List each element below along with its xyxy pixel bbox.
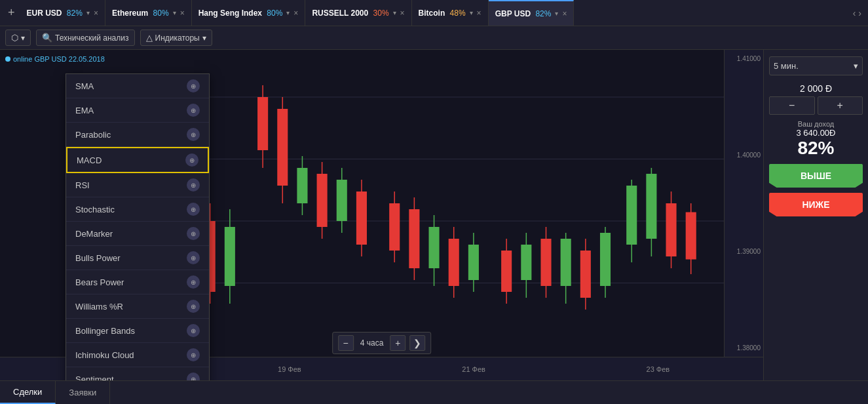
bottom-tab-deals[interactable]: Сделки [0,381,56,404]
tab-dropdown-gbpusd[interactable]: ▾ [555,10,558,17]
amount-control: 2 000 Ð − + [769,81,863,115]
tab-bitcoin[interactable]: Bitcoin 48% ▾ × [412,0,489,26]
indicator-name-demarker: DeMarker [75,229,187,239]
profit-percentage: 82% [769,138,863,159]
indicator-item-demarker[interactable]: DeMarker ⊕ [66,222,209,246]
time-selector-label: 5 мин. [774,61,799,71]
tab-eurusd[interactable]: EUR USD 82% ▾ × [20,0,105,26]
tab-pct-russell: 30% [371,9,388,18]
tab-pct-eurusd: 82% [65,9,83,18]
indicator-add-icon-stochastic[interactable]: ⊕ [187,203,200,216]
svg-rect-41 [540,239,551,286]
right-panel: 5 мин. ▾ 2 000 Ð − + Ваш доход 3 640.00Ð… [763,50,868,380]
chart-type-button[interactable]: ⬡ ▾ [5,30,31,46]
minus-icon: − [343,338,349,348]
indicator-name-sma: SMA [75,81,187,91]
indicator-add-icon-sma[interactable]: ⊕ [187,79,200,92]
tab-close-hangseng[interactable]: × [293,9,298,18]
profit-label: Ваш доход [769,120,863,128]
svg-rect-45 [580,251,591,298]
indicator-name-macd: MACD [77,155,185,165]
tab-close-eurusd[interactable]: × [94,9,98,18]
tab-close-bitcoin[interactable]: × [477,9,481,18]
bottom-tab-orders[interactable]: Заявки [56,381,110,404]
time-zoom-in-button[interactable]: + [390,335,406,351]
tab-close-gbpusd[interactable]: × [562,9,567,18]
add-tab-button[interactable]: + [3,6,20,20]
indicator-add-icon-parabolic[interactable]: ⊕ [187,128,200,141]
x-axis-label: 19 Фев [278,365,301,373]
chart-type-icon: ⬡ [11,33,18,43]
indicator-item-stochastic[interactable]: Stochastic ⊕ [66,197,209,222]
amount-decrease-button[interactable]: − [769,96,815,115]
indicator-add-icon-williams_r[interactable]: ⊕ [187,300,200,313]
indicator-item-rsi[interactable]: RSI ⊕ [66,173,209,197]
time-forward-button[interactable]: ❯ [409,335,425,351]
indicator-add-icon-bears_power[interactable]: ⊕ [187,275,200,289]
svg-rect-21 [317,174,328,227]
amount-increase-button[interactable]: + [818,96,863,115]
svg-rect-55 [686,212,696,260]
indicator-name-ichimoku: Ichimoku Cloud [75,350,187,360]
tab-hangseng[interactable]: Hang Seng Index 80% ▾ × [192,0,306,26]
svg-rect-39 [521,245,531,280]
tab-prev-icon[interactable]: ‹ [853,8,856,18]
svg-rect-47 [600,233,611,286]
svg-rect-33 [449,239,459,286]
indicator-item-bears_power[interactable]: Bears Power ⊕ [66,270,209,294]
indicator-item-parabolic[interactable]: Parabolic ⊕ [66,123,209,147]
indicator-item-sma[interactable]: SMA ⊕ [66,74,209,98]
indicator-name-bears_power: Bears Power [75,277,187,287]
plus-icon: + [395,338,400,348]
tab-dropdown-bitcoin[interactable]: ▾ [470,9,473,16]
tab-ethereum[interactable]: Ethereum 80% ▾ × [105,0,192,26]
svg-rect-31 [429,227,440,268]
svg-rect-13 [225,227,235,286]
chart-status-label: online GBP USD 22.05.2018 [13,55,105,63]
indicator-item-macd[interactable]: MACD ⊕ [66,147,209,173]
indicator-add-icon-bollinger[interactable]: ⊕ [187,324,200,337]
technical-analysis-button[interactable]: 🔍 Технический анализ [36,30,135,46]
indicator-item-sentiment[interactable]: Sentiment ⊕ [66,367,209,380]
svg-rect-29 [409,209,419,268]
profit-value: 3 640.00Ð [769,128,863,138]
svg-rect-49 [626,186,637,245]
indicator-add-icon-bulls_power[interactable]: ⊕ [187,251,200,264]
forward-icon: ❯ [413,338,421,348]
tab-dropdown-russell[interactable]: ▾ [393,9,396,16]
indicator-add-icon-demarker[interactable]: ⊕ [187,227,200,240]
tab-russell[interactable]: RUSSELL 2000 30% ▾ × [305,0,411,26]
indicator-add-icon-macd[interactable]: ⊕ [185,153,198,167]
tab-gbpusd[interactable]: GBP USD 82% ▾ × [489,0,575,26]
bottom-tabs: СделкиЗаявки [0,380,868,404]
tab-dropdown-hangseng[interactable]: ▾ [286,9,290,16]
tab-close-russell[interactable]: × [400,9,405,18]
tab-close-ethereum[interactable]: × [180,9,185,18]
time-selector[interactable]: 5 мин. ▾ [769,56,863,75]
tab-next-icon[interactable]: › [858,8,861,18]
time-period-label: 4 часа [358,338,387,348]
tab-dropdown-eurusd[interactable]: ▾ [86,9,90,16]
tab-navigation[interactable]: ‹ › [849,8,865,18]
indicators-icon: △ [146,33,153,43]
svg-rect-17 [277,109,288,186]
indicator-item-williams_r[interactable]: Williams %R ⊕ [66,294,209,319]
indicators-button[interactable]: △ Индикаторы ▾ [140,30,212,46]
indicator-add-icon-ichimoku[interactable]: ⊕ [187,348,200,361]
indicator-item-ema[interactable]: EMA ⊕ [66,98,209,123]
indicator-item-ichimoku[interactable]: Ichimoku Cloud ⊕ [66,343,209,367]
amount-value: 2 000 Ð [769,81,863,96]
buy-up-button[interactable]: ВЫШЕ [769,164,863,188]
time-zoom-out-button[interactable]: − [338,335,354,351]
indicator-name-williams_r: Williams %R [75,302,187,312]
indicator-item-bulls_power[interactable]: Bulls Power ⊕ [66,246,209,270]
indicator-add-icon-ema[interactable]: ⊕ [187,104,200,117]
indicator-name-stochastic: Stochastic [75,205,187,214]
svg-rect-35 [468,245,479,280]
indicator-add-icon-sentiment[interactable]: ⊕ [187,373,200,380]
indicator-item-bollinger[interactable]: Bollinger Bands ⊕ [66,319,209,343]
indicator-add-icon-rsi[interactable]: ⊕ [187,178,200,192]
buy-down-button[interactable]: НИЖЕ [769,193,863,216]
tab-dropdown-ethereum[interactable]: ▾ [173,9,176,16]
main-content: online GBP USD 22.05.2018 SMA ⊕EMA ⊕Para… [0,50,868,380]
